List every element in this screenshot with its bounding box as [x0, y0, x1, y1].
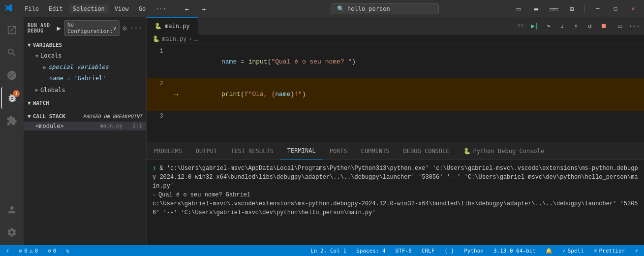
- tab-bar: 🐍 main.py ⠿⠿ ▶| ↷ ↓ ↑ ↺ ⏹ ▭ ···: [147, 17, 644, 34]
- locals-item[interactable]: ▼ Locals: [24, 50, 146, 62]
- panel-tab-problems[interactable]: PROBLEMS: [147, 142, 189, 160]
- layout-icon-2[interactable]: ▬: [529, 2, 543, 16]
- menu-more[interactable]: ···: [152, 4, 170, 13]
- debug-restart-btn[interactable]: ↺: [584, 20, 596, 32]
- status-eol[interactable]: CRLF: [420, 248, 437, 254]
- activity-source-control[interactable]: [1, 64, 23, 86]
- spell-text: Spell: [568, 248, 584, 254]
- breadcrumb-section[interactable]: …: [194, 35, 198, 42]
- panel-tab-comments[interactable]: COMMENTS: [354, 142, 397, 160]
- search-icon: 🔍: [337, 5, 344, 12]
- status-sync[interactable]: ↻: [64, 248, 71, 254]
- error-icon: ⊘: [19, 248, 23, 254]
- terminal-extra-text: c:\Users\gabriel-msvc\.vscode\extensions…: [153, 200, 638, 216]
- panel-tab-test-results[interactable]: TEST RESULTS: [224, 142, 280, 160]
- call-stack-header[interactable]: ▼ CALL STACK Paused on breakpoint: [24, 111, 146, 122]
- call-stack-frame[interactable]: <module> main.py 2:1: [24, 122, 146, 130]
- line-breakpoint-1[interactable]: [171, 46, 181, 78]
- line-breakpoint-3[interactable]: [171, 111, 181, 122]
- debug-more-icon[interactable]: ···: [130, 24, 142, 32]
- debug-step-into-btn[interactable]: ↓: [556, 20, 568, 32]
- layout-icon-4[interactable]: ⊞: [565, 2, 579, 16]
- activity-debug[interactable]: 1: [1, 87, 23, 109]
- panel-tab-problems-label: PROBLEMS: [153, 148, 182, 155]
- terminal-content[interactable]: ❯ & 'c:\Users\gabriel-msvc\AppData\Local…: [147, 160, 644, 245]
- win-maximize-btn[interactable]: □: [609, 2, 622, 16]
- globals-item[interactable]: ▶ Globals: [24, 85, 146, 96]
- status-encoding[interactable]: UTF-8: [394, 248, 414, 254]
- status-spaces[interactable]: Spaces: 4: [354, 248, 388, 254]
- layout-icon-3[interactable]: ▭▭: [547, 2, 561, 16]
- name-variable-item[interactable]: name = 'Gabriel': [24, 73, 146, 84]
- editor-tab-main-py[interactable]: 🐍 main.py: [147, 17, 198, 34]
- status-info[interactable]: ⊘ 0: [46, 248, 58, 254]
- status-debug-icon[interactable]: ⚡: [4, 248, 11, 254]
- name-variable-label: name = 'Gabriel': [49, 74, 106, 83]
- panel-tab-ports[interactable]: PORTS: [323, 142, 354, 160]
- breadcrumb-filename[interactable]: main.py: [162, 35, 187, 42]
- status-lightning[interactable]: ⚡: [633, 248, 640, 254]
- win-minimize-btn[interactable]: ─: [591, 2, 605, 16]
- menu-go[interactable]: Go: [135, 4, 150, 13]
- menu-file[interactable]: File: [21, 4, 43, 13]
- line-content-1: name = input("Qual é o seu nome? "): [181, 46, 644, 78]
- terminal-line-2: ○ Qual é o seu nome? Gabriel: [153, 191, 638, 199]
- config-dropdown[interactable]: No Configuration: ∨: [64, 20, 120, 36]
- panel-tab-output[interactable]: OUTPUT: [189, 142, 224, 160]
- watch-header[interactable]: ▼ WATCH: [24, 98, 146, 108]
- debug-more-btn[interactable]: ···: [628, 20, 640, 32]
- panel-tab-debug-console[interactable]: DEBUG CONSOLE: [397, 142, 457, 160]
- nav-back-btn[interactable]: ←: [180, 2, 194, 16]
- run-btn[interactable]: ▶: [57, 24, 61, 32]
- status-prettier[interactable]: ≡ Prettier: [592, 248, 627, 254]
- error-count: 0: [24, 248, 28, 254]
- debug-step-over-btn[interactable]: ↷: [543, 20, 554, 32]
- panel-tab-python-debug[interactable]: 🐍 Python Debug Console: [457, 142, 552, 160]
- line-breakpoint-2[interactable]: →: [171, 78, 181, 111]
- layout-icon-1[interactable]: ▭: [512, 2, 525, 16]
- status-language[interactable]: Python: [462, 248, 486, 254]
- spell-check-icon: ✓: [562, 248, 566, 254]
- variables-header[interactable]: ▼ VARIABLES: [24, 40, 146, 50]
- breadcrumb: 🐍 main.py › …: [147, 34, 644, 44]
- eol-text: CRLF: [422, 248, 435, 254]
- activity-search[interactable]: [1, 42, 23, 64]
- panel-tab-terminal[interactable]: TERMINAL: [280, 142, 323, 160]
- special-variables-item[interactable]: ▶ special variables: [24, 62, 146, 73]
- nav-forward-btn[interactable]: →: [197, 2, 211, 16]
- activity-accounts[interactable]: [1, 199, 23, 221]
- activity-explorer[interactable]: [1, 19, 23, 41]
- debug-gear-icon[interactable]: ⚙: [123, 24, 126, 32]
- debug-toolbar-handle[interactable]: ⠿⠿: [517, 23, 524, 29]
- code-editor[interactable]: 1 name = input("Qual é o seu nome? ") 2 …: [147, 44, 644, 142]
- locals-arrow-icon: ▼: [35, 52, 38, 60]
- activity-bottom: [1, 199, 23, 243]
- debug-stop-btn[interactable]: ⏹: [598, 20, 610, 32]
- titlebar-left: File Edit Selection View Go ··· ← →: [4, 2, 258, 16]
- activity-settings[interactable]: [1, 222, 23, 243]
- debug-continue-btn[interactable]: ▶|: [529, 20, 541, 32]
- status-python-version[interactable]: 3.13.0 64-bit: [491, 248, 538, 254]
- status-errors[interactable]: ⊘ 0 △ 0: [17, 248, 40, 254]
- activity-extensions[interactable]: [1, 110, 23, 131]
- debug-step-out-btn[interactable]: ↑: [570, 20, 582, 32]
- debug-panel-toggle[interactable]: ▭: [614, 20, 626, 32]
- lightning-icon: ⚡: [635, 248, 638, 254]
- search-bar[interactable]: 🔍 hello_person: [331, 3, 439, 14]
- spaces-text: Spaces: 4: [356, 248, 386, 254]
- language-text: Python: [464, 248, 484, 254]
- run-debug-bar: RUN AND DEBUG ▶ No Configuration: ∨ ⚙ ··…: [24, 17, 146, 39]
- status-language-brackets[interactable]: { }: [442, 248, 456, 254]
- menu-edit[interactable]: Edit: [45, 4, 67, 13]
- status-cursor[interactable]: Ln 2, Col 1: [308, 248, 348, 254]
- paused-label: Paused on breakpoint: [83, 114, 142, 119]
- special-variables-label: special variables: [48, 63, 109, 72]
- win-close-btn[interactable]: ✕: [626, 2, 640, 16]
- menu-view[interactable]: View: [111, 4, 133, 13]
- status-notifications[interactable]: 🔔: [544, 248, 554, 254]
- menu-selection[interactable]: Selection: [69, 4, 109, 13]
- status-spell[interactable]: ✓ Spell: [560, 248, 586, 254]
- tab-actions: ⠿⠿ ▶| ↷ ↓ ↑ ↺ ⏹ ▭ ···: [517, 19, 644, 32]
- line-content-2: print(f"Olá, {name}!"): [181, 78, 644, 111]
- call-stack-title: CALL STACK: [33, 113, 65, 120]
